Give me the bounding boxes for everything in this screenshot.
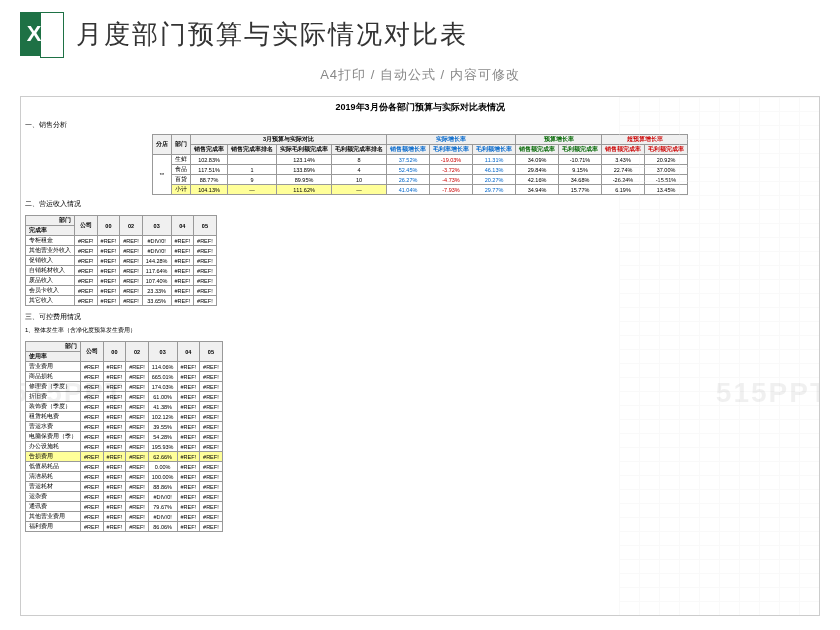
- page-header: X 月度部门预算与实际情况对比表: [0, 0, 840, 68]
- grid-background: [619, 97, 819, 615]
- excel-x-letter: X: [27, 21, 42, 47]
- page-title: 月度部门预算与实际情况对比表: [76, 17, 468, 52]
- page-subtitle: A4打印 / 自动公式 / 内容可修改: [0, 66, 840, 84]
- table2: 部门公司0002030405完成率专柜租金#REF!#REF!#REF!#DIV…: [25, 215, 217, 306]
- table1: 分店部门3月预算与实际对比实际增长率预算增长率超预算增长率销售完成率销售完成率排…: [152, 134, 688, 195]
- excel-icon: X: [20, 12, 64, 56]
- spreadsheet-preview: 515PPT 515PPT 2019年3月份各部门预算与实际对比表情况 一、销售…: [20, 96, 820, 616]
- table3: 部门公司0002030405使用率营业费用#REF!#REF!#REF!114.…: [25, 341, 223, 532]
